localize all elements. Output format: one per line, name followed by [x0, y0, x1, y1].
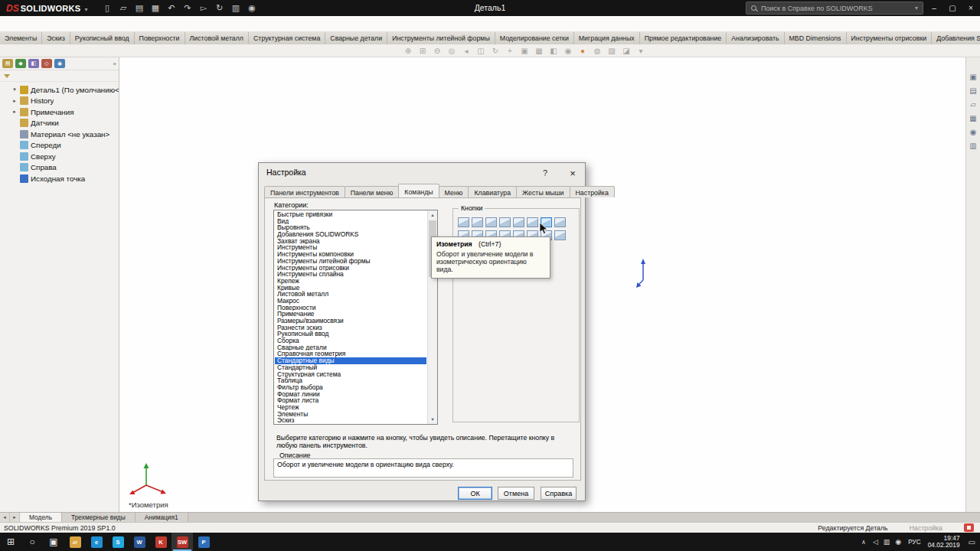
tree-item[interactable]: Датчики [0, 118, 119, 129]
category-item[interactable]: Размеры/взаимосвязи [275, 318, 426, 324]
trimetric-view-icon[interactable] [554, 217, 566, 227]
category-item[interactable]: Рукописный ввод [275, 331, 426, 337]
expand-arrow-icon[interactable]: ▾ [11, 86, 18, 93]
tree-filter[interactable] [0, 70, 119, 82]
tree-item[interactable]: Сверху [0, 151, 119, 162]
search-dropdown-icon[interactable]: ▾ [915, 5, 918, 11]
previous-view-icon[interactable]: ◂ [461, 45, 472, 56]
bottom-view-icon[interactable] [527, 217, 538, 227]
category-item[interactable]: Структурная система [275, 371, 426, 378]
category-item[interactable]: Выровнять [275, 224, 426, 231]
dimxpertmanager-tab-icon[interactable]: ◇ [41, 59, 52, 68]
ribbon-tab[interactable]: Рукописный ввод [70, 32, 135, 44]
category-item[interactable]: Быстрые привязки [275, 211, 426, 218]
ok-button[interactable]: ОК [458, 487, 492, 500]
custom-properties-icon[interactable]: ▥ [969, 142, 976, 150]
category-item[interactable]: Эскиз [275, 417, 426, 423]
zoom-to-selection-icon[interactable]: ◎ [446, 45, 458, 56]
scroll-up-icon[interactable]: ▲ [428, 210, 437, 220]
select-icon[interactable]: ▻ [198, 2, 209, 14]
tree-item[interactable]: Материал <не указан> [0, 129, 119, 140]
category-item[interactable]: Стандартный [275, 364, 426, 371]
design-library-icon[interactable]: ▤ [969, 86, 976, 95]
appearances-icon[interactable]: ◉ [970, 128, 977, 136]
category-item[interactable]: Листовой металл [275, 291, 426, 298]
tab-scroll-left-icon[interactable]: ◂ [0, 513, 10, 522]
expand-arrow-icon[interactable]: ▸ [11, 98, 18, 104]
view-orientation-icon[interactable]: ▦ [534, 45, 545, 56]
red-app-icon[interactable]: K [150, 533, 172, 551]
zoom-in-out-icon[interactable]: ⊖ [432, 45, 443, 56]
dialog-close-button[interactable]: × [560, 163, 585, 183]
ribbon-tab[interactable]: Эскиз [42, 32, 70, 44]
ribbon-tab[interactable]: Инструменты отрисовки [847, 32, 933, 44]
category-item[interactable]: Поверхности [275, 305, 426, 311]
ribbon-tab[interactable]: Добавления SOLIDW... [932, 32, 980, 44]
category-item[interactable]: Примечание [275, 311, 426, 318]
document-tab[interactable]: Модель [20, 513, 62, 522]
start-button[interactable]: ⊞ [0, 533, 21, 551]
solidworks-taskbar-icon[interactable]: SW [172, 533, 193, 551]
tree-item[interactable]: Спереди [0, 140, 119, 152]
tray-shield-icon[interactable]: ◉ [895, 538, 901, 546]
tab-scroll-right-icon[interactable]: ▸ [10, 513, 20, 522]
category-item[interactable]: Инструменты сплайна [275, 271, 426, 278]
category-item[interactable]: Стандартные виды [275, 357, 426, 364]
category-item[interactable]: Справочная геометрия [275, 350, 426, 357]
category-item[interactable]: Сборка [275, 337, 426, 344]
resources-icon[interactable]: ▣ [969, 73, 976, 81]
dialog-tab[interactable]: Меню [439, 186, 469, 197]
expand-arrow-icon[interactable]: ▸ [11, 109, 18, 115]
category-item[interactable]: Формат листа [275, 397, 426, 404]
file-explorer-pane-icon[interactable]: ▱ [970, 100, 976, 109]
category-item[interactable]: Разнести эскиз [275, 324, 426, 331]
tree-item[interactable]: ▾ Деталь1 (По умолчанию<<По умолч... [0, 84, 119, 96]
taskbar-clock[interactable]: 19:47 04.02.2019 [928, 535, 960, 549]
skype-icon[interactable]: S [107, 533, 129, 551]
tree-item[interactable]: Исходная точка [0, 173, 119, 184]
featuremanager-tab-icon[interactable]: ▤ [2, 59, 13, 68]
print-icon[interactable]: ▦ [149, 2, 161, 14]
maximize-button[interactable]: ▢ [943, 0, 962, 16]
view-palette-icon[interactable]: ▦ [969, 114, 976, 122]
tree-item[interactable]: ▸ Примечания [0, 106, 119, 118]
language-indicator[interactable]: РУС [908, 539, 920, 546]
view-settings-icon[interactable]: ▨ [606, 45, 618, 56]
file-properties-icon[interactable]: ▥ [230, 2, 241, 14]
apply-scene-icon[interactable]: ◍ [592, 45, 603, 56]
category-item[interactable]: Инструменты литейной формы [275, 258, 426, 265]
close-button[interactable]: × [962, 0, 980, 16]
category-item[interactable]: Чертеж [275, 404, 426, 411]
ribbon-tab[interactable]: Моделирование сетки [495, 32, 574, 44]
ribbon-tab[interactable]: Поверхности [135, 32, 185, 44]
category-item[interactable]: Крепеж [275, 278, 426, 285]
rebuild-icon[interactable]: ↻ [214, 2, 225, 14]
panel-collapse-icon[interactable]: « [113, 60, 116, 67]
search-button[interactable]: ○ [21, 533, 43, 551]
blue-app-icon[interactable]: P [193, 533, 214, 551]
displaymanager-tab-icon[interactable]: ◉ [54, 59, 65, 68]
back-view-icon[interactable] [472, 217, 483, 227]
dialog-tab[interactable]: Настройка [570, 186, 615, 197]
document-tab[interactable]: Трехмерные виды [62, 513, 136, 522]
file-explorer-icon[interactable]: ▱ [64, 533, 86, 551]
ribbon-tab[interactable]: Элементы [0, 32, 42, 44]
category-item[interactable]: Элементы [275, 411, 426, 418]
category-item[interactable]: Инструменты компоновки [275, 251, 426, 258]
options-gear-icon[interactable]: ◉ [246, 2, 257, 14]
3d-drawing-view-icon[interactable]: ▣ [519, 45, 531, 56]
zoom-to-fit-icon[interactable]: ⊕ [403, 45, 414, 56]
configurationmanager-tab-icon[interactable]: ◧ [28, 59, 39, 68]
dialog-tab[interactable]: Панели инструментов [264, 186, 345, 197]
help-button[interactable]: Справка [541, 487, 577, 500]
minimize-button[interactable]: – [925, 0, 943, 16]
redo-icon[interactable]: ↷ [181, 2, 193, 14]
dialog-title-bar[interactable]: Настройка ? × [259, 163, 585, 183]
save-icon[interactable]: ▤ [133, 2, 145, 14]
section-view-icon[interactable]: ◫ [475, 45, 487, 56]
word-icon[interactable]: W [129, 533, 150, 551]
category-item[interactable]: Кривые [275, 285, 426, 292]
category-item[interactable]: Фильтр выбора [275, 384, 426, 391]
notification-center-icon[interactable]: ▭ [969, 538, 975, 546]
propertymanager-tab-icon[interactable]: ◆ [15, 59, 26, 68]
